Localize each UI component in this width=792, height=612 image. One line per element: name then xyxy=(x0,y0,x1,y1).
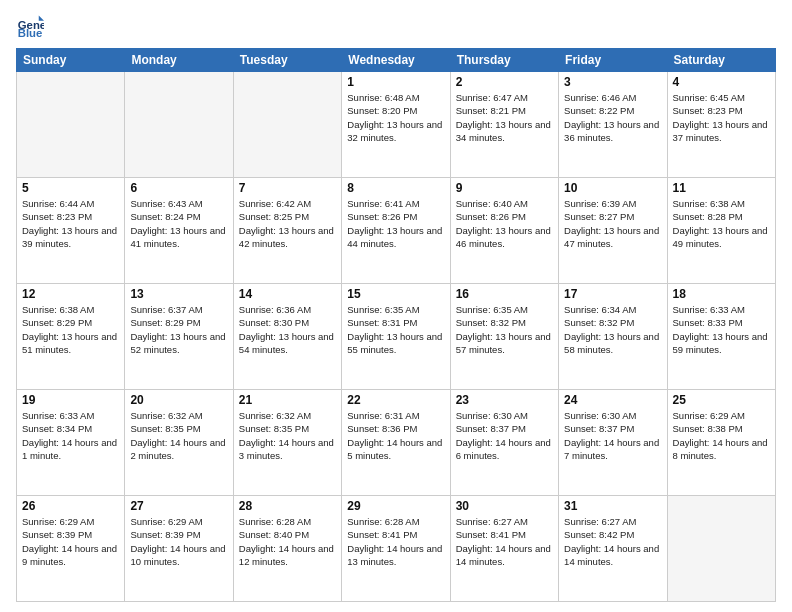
calendar-cell: 30Sunrise: 6:27 AM Sunset: 8:41 PM Dayli… xyxy=(450,496,558,602)
day-number: 3 xyxy=(564,75,661,89)
day-number: 24 xyxy=(564,393,661,407)
day-info: Sunrise: 6:27 AM Sunset: 8:41 PM Dayligh… xyxy=(456,515,553,568)
day-info: Sunrise: 6:40 AM Sunset: 8:26 PM Dayligh… xyxy=(456,197,553,250)
day-info: Sunrise: 6:35 AM Sunset: 8:31 PM Dayligh… xyxy=(347,303,444,356)
calendar-cell: 2Sunrise: 6:47 AM Sunset: 8:21 PM Daylig… xyxy=(450,72,558,178)
calendar-row-3: 19Sunrise: 6:33 AM Sunset: 8:34 PM Dayli… xyxy=(17,390,776,496)
calendar-cell: 5Sunrise: 6:44 AM Sunset: 8:23 PM Daylig… xyxy=(17,178,125,284)
day-number: 14 xyxy=(239,287,336,301)
weekday-header-thursday: Thursday xyxy=(450,49,558,72)
day-number: 20 xyxy=(130,393,227,407)
day-number: 19 xyxy=(22,393,119,407)
day-number: 25 xyxy=(673,393,770,407)
day-info: Sunrise: 6:30 AM Sunset: 8:37 PM Dayligh… xyxy=(564,409,661,462)
day-info: Sunrise: 6:44 AM Sunset: 8:23 PM Dayligh… xyxy=(22,197,119,250)
calendar-cell: 7Sunrise: 6:42 AM Sunset: 8:25 PM Daylig… xyxy=(233,178,341,284)
day-number: 12 xyxy=(22,287,119,301)
day-info: Sunrise: 6:37 AM Sunset: 8:29 PM Dayligh… xyxy=(130,303,227,356)
calendar-row-0: 1Sunrise: 6:48 AM Sunset: 8:20 PM Daylig… xyxy=(17,72,776,178)
day-number: 15 xyxy=(347,287,444,301)
day-number: 16 xyxy=(456,287,553,301)
day-number: 17 xyxy=(564,287,661,301)
day-info: Sunrise: 6:41 AM Sunset: 8:26 PM Dayligh… xyxy=(347,197,444,250)
day-info: Sunrise: 6:29 AM Sunset: 8:39 PM Dayligh… xyxy=(130,515,227,568)
weekday-header-saturday: Saturday xyxy=(667,49,775,72)
day-info: Sunrise: 6:38 AM Sunset: 8:29 PM Dayligh… xyxy=(22,303,119,356)
calendar-cell: 28Sunrise: 6:28 AM Sunset: 8:40 PM Dayli… xyxy=(233,496,341,602)
calendar-cell: 3Sunrise: 6:46 AM Sunset: 8:22 PM Daylig… xyxy=(559,72,667,178)
calendar-cell: 23Sunrise: 6:30 AM Sunset: 8:37 PM Dayli… xyxy=(450,390,558,496)
calendar-cell: 13Sunrise: 6:37 AM Sunset: 8:29 PM Dayli… xyxy=(125,284,233,390)
page: General Blue SundayMondayTuesdayWednesda… xyxy=(0,0,792,612)
calendar-cell: 20Sunrise: 6:32 AM Sunset: 8:35 PM Dayli… xyxy=(125,390,233,496)
day-info: Sunrise: 6:30 AM Sunset: 8:37 PM Dayligh… xyxy=(456,409,553,462)
day-info: Sunrise: 6:28 AM Sunset: 8:40 PM Dayligh… xyxy=(239,515,336,568)
day-number: 2 xyxy=(456,75,553,89)
calendar-cell: 19Sunrise: 6:33 AM Sunset: 8:34 PM Dayli… xyxy=(17,390,125,496)
calendar-cell: 27Sunrise: 6:29 AM Sunset: 8:39 PM Dayli… xyxy=(125,496,233,602)
day-number: 5 xyxy=(22,181,119,195)
calendar-cell: 12Sunrise: 6:38 AM Sunset: 8:29 PM Dayli… xyxy=(17,284,125,390)
calendar-cell xyxy=(667,496,775,602)
day-info: Sunrise: 6:32 AM Sunset: 8:35 PM Dayligh… xyxy=(239,409,336,462)
calendar-cell: 8Sunrise: 6:41 AM Sunset: 8:26 PM Daylig… xyxy=(342,178,450,284)
day-info: Sunrise: 6:42 AM Sunset: 8:25 PM Dayligh… xyxy=(239,197,336,250)
calendar-cell: 26Sunrise: 6:29 AM Sunset: 8:39 PM Dayli… xyxy=(17,496,125,602)
day-info: Sunrise: 6:31 AM Sunset: 8:36 PM Dayligh… xyxy=(347,409,444,462)
day-info: Sunrise: 6:47 AM Sunset: 8:21 PM Dayligh… xyxy=(456,91,553,144)
calendar-cell: 25Sunrise: 6:29 AM Sunset: 8:38 PM Dayli… xyxy=(667,390,775,496)
day-info: Sunrise: 6:45 AM Sunset: 8:23 PM Dayligh… xyxy=(673,91,770,144)
day-number: 26 xyxy=(22,499,119,513)
day-number: 30 xyxy=(456,499,553,513)
day-info: Sunrise: 6:48 AM Sunset: 8:20 PM Dayligh… xyxy=(347,91,444,144)
calendar-cell: 9Sunrise: 6:40 AM Sunset: 8:26 PM Daylig… xyxy=(450,178,558,284)
day-number: 4 xyxy=(673,75,770,89)
day-number: 8 xyxy=(347,181,444,195)
weekday-header-monday: Monday xyxy=(125,49,233,72)
weekday-header-tuesday: Tuesday xyxy=(233,49,341,72)
calendar-cell: 24Sunrise: 6:30 AM Sunset: 8:37 PM Dayli… xyxy=(559,390,667,496)
calendar-cell: 18Sunrise: 6:33 AM Sunset: 8:33 PM Dayli… xyxy=(667,284,775,390)
calendar-cell: 1Sunrise: 6:48 AM Sunset: 8:20 PM Daylig… xyxy=(342,72,450,178)
calendar-cell: 31Sunrise: 6:27 AM Sunset: 8:42 PM Dayli… xyxy=(559,496,667,602)
calendar-cell: 10Sunrise: 6:39 AM Sunset: 8:27 PM Dayli… xyxy=(559,178,667,284)
calendar-cell: 14Sunrise: 6:36 AM Sunset: 8:30 PM Dayli… xyxy=(233,284,341,390)
calendar-cell: 17Sunrise: 6:34 AM Sunset: 8:32 PM Dayli… xyxy=(559,284,667,390)
day-number: 22 xyxy=(347,393,444,407)
weekday-header-friday: Friday xyxy=(559,49,667,72)
calendar-cell: 16Sunrise: 6:35 AM Sunset: 8:32 PM Dayli… xyxy=(450,284,558,390)
calendar-cell xyxy=(233,72,341,178)
calendar-cell: 11Sunrise: 6:38 AM Sunset: 8:28 PM Dayli… xyxy=(667,178,775,284)
svg-text:Blue: Blue xyxy=(18,27,43,39)
day-info: Sunrise: 6:46 AM Sunset: 8:22 PM Dayligh… xyxy=(564,91,661,144)
day-number: 28 xyxy=(239,499,336,513)
day-info: Sunrise: 6:38 AM Sunset: 8:28 PM Dayligh… xyxy=(673,197,770,250)
day-number: 27 xyxy=(130,499,227,513)
calendar-cell: 15Sunrise: 6:35 AM Sunset: 8:31 PM Dayli… xyxy=(342,284,450,390)
day-number: 10 xyxy=(564,181,661,195)
day-info: Sunrise: 6:36 AM Sunset: 8:30 PM Dayligh… xyxy=(239,303,336,356)
day-number: 7 xyxy=(239,181,336,195)
header: General Blue xyxy=(16,12,776,40)
day-number: 1 xyxy=(347,75,444,89)
day-info: Sunrise: 6:27 AM Sunset: 8:42 PM Dayligh… xyxy=(564,515,661,568)
day-info: Sunrise: 6:39 AM Sunset: 8:27 PM Dayligh… xyxy=(564,197,661,250)
day-info: Sunrise: 6:29 AM Sunset: 8:38 PM Dayligh… xyxy=(673,409,770,462)
calendar-table: SundayMondayTuesdayWednesdayThursdayFrid… xyxy=(16,48,776,602)
calendar-cell: 29Sunrise: 6:28 AM Sunset: 8:41 PM Dayli… xyxy=(342,496,450,602)
day-number: 31 xyxy=(564,499,661,513)
day-info: Sunrise: 6:29 AM Sunset: 8:39 PM Dayligh… xyxy=(22,515,119,568)
day-number: 13 xyxy=(130,287,227,301)
weekday-header-wednesday: Wednesday xyxy=(342,49,450,72)
logo-icon: General Blue xyxy=(16,12,44,40)
day-info: Sunrise: 6:33 AM Sunset: 8:33 PM Dayligh… xyxy=(673,303,770,356)
day-info: Sunrise: 6:28 AM Sunset: 8:41 PM Dayligh… xyxy=(347,515,444,568)
day-number: 29 xyxy=(347,499,444,513)
day-number: 9 xyxy=(456,181,553,195)
day-number: 18 xyxy=(673,287,770,301)
calendar-row-2: 12Sunrise: 6:38 AM Sunset: 8:29 PM Dayli… xyxy=(17,284,776,390)
weekday-header-row: SundayMondayTuesdayWednesdayThursdayFrid… xyxy=(17,49,776,72)
day-info: Sunrise: 6:34 AM Sunset: 8:32 PM Dayligh… xyxy=(564,303,661,356)
logo: General Blue xyxy=(16,12,48,40)
calendar-cell: 6Sunrise: 6:43 AM Sunset: 8:24 PM Daylig… xyxy=(125,178,233,284)
